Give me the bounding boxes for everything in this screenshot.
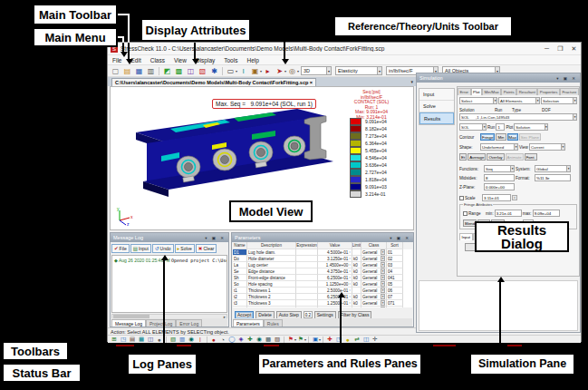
zoom-select-icon[interactable]: ◉ xyxy=(255,336,264,343)
table-row[interactable]: t3Thickness 31.2500e-01↕k0General▾071 xyxy=(233,300,412,307)
average-button[interactable]: Average xyxy=(468,153,486,161)
param-cell[interactable]: D1 xyxy=(233,249,247,256)
document-tab[interactable]: C:\Users\alancaster\Documents\Demo Model… xyxy=(111,78,316,86)
param-cell[interactable]: 2.5000e-01↕ xyxy=(318,288,352,294)
value-spinner-icon[interactable]: ↕ xyxy=(349,276,351,279)
camera-view-icon[interactable]: ◎ xyxy=(287,66,297,76)
param-cell[interactable]: Se xyxy=(233,268,247,275)
undo-button[interactable]: ↺Undo xyxy=(152,244,174,253)
select-edge-icon[interactable]: ◔ xyxy=(219,336,227,343)
select-mode-icon[interactable]: ➤ xyxy=(275,66,284,76)
play-run-icon[interactable]: ▸ xyxy=(263,66,273,76)
grid-snap-icon[interactable]: ▩ xyxy=(265,336,273,343)
fringe-button[interactable]: Fringe xyxy=(480,133,495,141)
param-cell[interactable]: General▾ xyxy=(361,300,387,307)
dropdown-chevron-icon[interactable]: ▾ xyxy=(236,69,237,73)
parameters-titlebar[interactable]: Parameters ▾ ▣ ✕ xyxy=(232,233,413,242)
table-row[interactable]: ShFront-edge distance6.2500e-01↕k0Genera… xyxy=(233,275,412,281)
table-row[interactable]: LaLug center1.4500e+00↕k0General▾03 xyxy=(233,262,412,268)
menu-class[interactable]: Class xyxy=(146,57,169,63)
chevron-down-icon[interactable]: ▾ xyxy=(381,288,385,293)
zplane-input[interactable]: 0.000e+00 xyxy=(484,183,515,190)
nav-results[interactable]: Results xyxy=(419,112,454,124)
param-cell[interactable] xyxy=(296,262,318,268)
tab-plot[interactable]: Plot xyxy=(471,88,482,95)
param-cell[interactable]: k0 xyxy=(352,294,361,300)
dropdown-chevron-icon[interactable]: ▾ xyxy=(304,337,306,342)
param-cell[interactable]: 01 xyxy=(387,249,403,256)
highlight-icon[interactable]: ◉ xyxy=(188,336,196,343)
param-cell[interactable] xyxy=(352,288,361,294)
et-button[interactable]: Et xyxy=(459,153,467,161)
param-cell[interactable]: General▾ xyxy=(361,281,387,288)
message-log-content[interactable]: ◆ Aug 26 2020 01:25:46PM Opened project … xyxy=(111,255,227,313)
mesh-view-icon[interactable]: ▩ xyxy=(174,66,184,76)
legend-toggle-icon[interactable]: I xyxy=(197,336,205,343)
parameters-table[interactable]: NameDescriptionExpressionValueLimitClass… xyxy=(233,242,412,307)
min-button[interactable]: Min xyxy=(496,133,506,141)
tab-error-log[interactable]: Error Log xyxy=(176,319,202,327)
display-mode-icon[interactable]: ▭ xyxy=(226,66,236,76)
fit-view-icon[interactable]: ⊞ xyxy=(111,336,119,343)
param-cell[interactable]: 6.2500e-01↕ xyxy=(318,294,352,300)
solve-button[interactable]: ▸Solve xyxy=(175,244,195,253)
nav-input[interactable]: Input xyxy=(419,89,454,101)
tab-input[interactable]: Input xyxy=(459,233,473,240)
axes-cross-icon[interactable]: ✛ xyxy=(371,336,380,343)
param-cell[interactable]: t2 xyxy=(233,294,247,300)
sec-plane-button[interactable]: Sec Plane xyxy=(519,133,541,141)
param-cell[interactable]: k0 xyxy=(352,268,361,275)
simulation-titlebar[interactable]: Simulation ▾ ▣ ✕ xyxy=(417,73,580,83)
select-body-icon[interactable]: ◈ xyxy=(237,336,246,343)
param-cell[interactable]: k0 xyxy=(352,300,361,307)
menu-tools[interactable]: Tools xyxy=(219,57,242,63)
param-cell[interactable]: Sh xyxy=(233,275,247,281)
param-cell[interactable]: 03 xyxy=(387,262,403,268)
beam-section-icon[interactable]: I xyxy=(238,66,248,76)
tab-points[interactable]: Points xyxy=(501,88,516,95)
table-row[interactable]: DoHole diameter3.1250e-01↕k0General▾02 xyxy=(233,256,412,262)
sol-dropdown[interactable]: SOL▾ xyxy=(459,123,487,131)
value-spinner-icon[interactable]: ↕ xyxy=(349,301,351,305)
formula-icon[interactable]: ▧ xyxy=(198,66,207,76)
param-cell[interactable]: La xyxy=(233,262,247,268)
param-cell[interactable]: General▾ xyxy=(361,268,387,275)
param-cell[interactable]: General▾ xyxy=(361,262,387,268)
select-point-icon[interactable]: ● xyxy=(210,336,218,343)
pane-controls-icons[interactable]: ▾ ▣ ✕ xyxy=(556,76,577,81)
table-row[interactable]: SeEdge distance4.3750e-01↕k0General▾04 xyxy=(233,268,412,275)
format-input[interactable]: %11.3e xyxy=(535,174,571,181)
view-front-icon[interactable]: ◫ xyxy=(147,336,155,343)
param-cell[interactable]: k0 xyxy=(352,307,361,307)
dropdown-chevron-icon[interactable]: ▾ xyxy=(297,69,299,73)
param-cell[interactable]: W xyxy=(233,307,247,307)
chevron-down-icon[interactable]: ▾ xyxy=(381,307,385,307)
value-spinner-icon[interactable]: ↕ xyxy=(349,295,351,298)
param-cell[interactable]: General▾ xyxy=(361,256,387,262)
value-spinner-icon[interactable]: ↕ xyxy=(349,269,351,273)
min-input[interactable]: 3.21e-01 xyxy=(495,210,522,217)
panel-box-icon[interactable]: ◫ xyxy=(362,336,371,343)
value-spinner-icon[interactable]: ↕ xyxy=(349,288,351,292)
param-cell[interactable]: 4.3750e-01↕ xyxy=(318,268,352,275)
param-cell[interactable]: 08 xyxy=(387,307,403,307)
close-button[interactable]: ✕ xyxy=(567,45,581,53)
tab-close-icon[interactable]: × xyxy=(310,80,313,85)
tab-minmax[interactable]: Min/Max xyxy=(482,88,501,95)
run-input[interactable]: 1 xyxy=(496,123,505,131)
add-red-icon[interactable]: ✚ xyxy=(326,336,334,343)
clear-button[interactable]: ✖Clear xyxy=(196,244,217,253)
pane-controls-icons[interactable]: ▾ ▣ ✕ xyxy=(205,236,226,240)
param-cell[interactable]: Hole spacing xyxy=(247,281,296,288)
message-log-titlebar[interactable]: Message Log ▾ ▣ ✕ xyxy=(111,233,228,242)
param-cell[interactable] xyxy=(296,288,318,294)
param-cell[interactable]: 3.1250e-01↕ xyxy=(318,256,352,262)
auto-step-input[interactable]: 0.2 xyxy=(304,311,313,318)
param-cell[interactable]: Do xyxy=(233,256,247,262)
animate-button[interactable]: Animate xyxy=(506,153,524,161)
chevron-down-icon[interactable]: ▾ xyxy=(381,294,385,299)
nav-solve[interactable]: Solve xyxy=(419,101,454,112)
pan-view-icon[interactable]: ▤ xyxy=(129,336,137,343)
param-cell[interactable]: General▾ xyxy=(361,275,387,281)
param-cell[interactable] xyxy=(296,281,318,288)
